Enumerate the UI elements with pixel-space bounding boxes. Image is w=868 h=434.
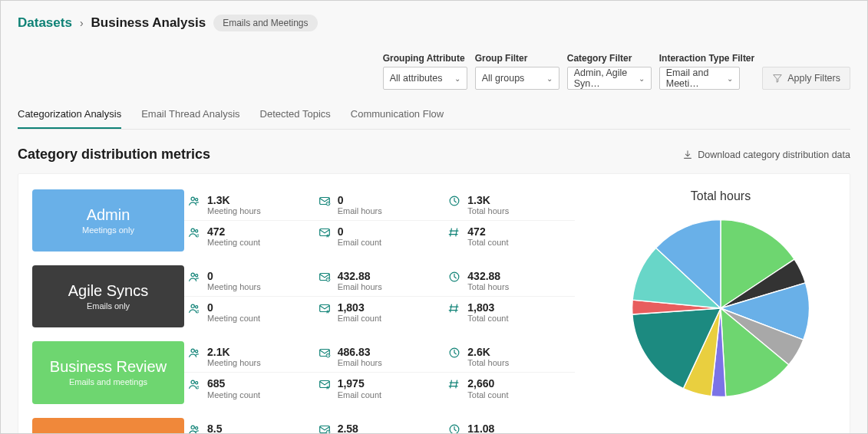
svg-point-10 (191, 273, 194, 276)
svg-point-21 (196, 350, 198, 353)
category-filter-label: Category Filter (567, 53, 652, 64)
category-filter-select[interactable]: Admin, Agile Syn… ⌄ (567, 67, 652, 90)
total-count-label: Total count (467, 314, 508, 323)
metrics-card: Admin Meetings only 1.3KMeeting hours 0E… (18, 173, 850, 434)
group-filter-select[interactable]: All groups ⌄ (475, 67, 559, 90)
tab-detected-topics[interactable]: Detected Topics (260, 108, 331, 129)
section-title: Category distribution metrics (18, 146, 210, 163)
total-hours-label: Total hours (467, 206, 509, 215)
download-data-label: Download category distribution data (698, 150, 850, 160)
grouping-attribute-label: Grouping Attribute (383, 53, 467, 64)
email-hours-label: Email hours (338, 206, 382, 215)
meeting-count-label: Meeting count (207, 314, 260, 323)
category-row: Business Review Emails and meetings 2.1K… (32, 341, 575, 403)
svg-point-1 (196, 199, 198, 201)
meeting-hours-label: Meeting hours (207, 206, 261, 215)
total-count-label: Total count (467, 390, 508, 399)
chevron-down-icon: ⌄ (454, 74, 460, 83)
email-hours-value: 486.83 (338, 346, 382, 358)
category-metrics: 2.1KMeeting hours 486.83Email hours 2.6K… (184, 341, 575, 403)
apply-filters-label: Apply Filters (787, 73, 840, 84)
email-hours-value: 0 (338, 194, 382, 206)
group-filter-label: Group Filter (475, 53, 559, 64)
meeting-count-label: Meeting count (207, 238, 260, 247)
svg-point-11 (196, 275, 198, 277)
category-tile[interactable]: Coaching & 1:1s Emails and meetings (32, 418, 184, 434)
chevron-down-icon: ⌄ (727, 74, 733, 83)
meeting-hours-label: Meeting hours (207, 282, 261, 291)
chevron-right-icon: › (80, 17, 84, 29)
category-row: Agile Syncs Emails only 0Meeting hours 4… (32, 265, 575, 327)
svg-point-15 (191, 304, 194, 307)
svg-point-20 (191, 350, 194, 353)
meeting-count-value: 0 (207, 301, 260, 314)
category-tile[interactable]: Admin Meetings only (32, 189, 184, 252)
category-subtitle: Meetings only (82, 225, 134, 235)
interaction-filter-value: Email and Meeti… (666, 67, 727, 89)
email-count-label: Email count (338, 238, 381, 247)
tab-categorization-analysis[interactable]: Categorization Analysis (18, 108, 121, 129)
category-tile[interactable]: Agile Syncs Emails only (32, 265, 184, 327)
email-hours-value: 2.58 (338, 422, 382, 434)
breadcrumb-current: Business Analysis (91, 15, 206, 31)
category-name: Business Review (50, 358, 167, 376)
total-hours-value: 2.6K (467, 346, 509, 358)
svg-text:#: # (196, 386, 200, 391)
email-hours-value: 432.88 (338, 270, 382, 282)
breadcrumb-root[interactable]: Datasets (18, 15, 72, 31)
grouping-attribute-value: All attributes (390, 73, 443, 84)
email-count-label: Email count (338, 314, 381, 323)
chart-panel: Total hours (606, 189, 836, 434)
chevron-down-icon: ⌄ (639, 74, 645, 83)
meeting-hours-value: 2.1K (207, 346, 261, 358)
tab-email-thread-analysis[interactable]: Email Thread Analysis (141, 108, 239, 129)
meeting-count-value: 472 (207, 225, 260, 238)
category-subtitle: Emails and meetings (69, 377, 147, 386)
chevron-down-icon: ⌄ (546, 74, 553, 83)
category-filter-value: Admin, Agile Syn… (574, 67, 639, 89)
category-list: Admin Meetings only 1.3KMeeting hours 0E… (32, 189, 575, 434)
svg-text:#: # (326, 386, 329, 391)
total-count-value: 472 (467, 225, 508, 238)
chart-title: Total hours (691, 189, 751, 203)
download-data-link[interactable]: Download category distribution data (682, 150, 850, 160)
total-count-value: 1,803 (467, 301, 508, 314)
category-metrics: 1.3KMeeting hours 0Email hours 1.3KTotal… (184, 189, 575, 252)
email-count-value: 0 (338, 225, 381, 238)
total-hours-label: Total hours (467, 282, 509, 291)
email-count-value: 1,975 (338, 377, 381, 390)
breadcrumb: Datasets › Business Analysis Emails and … (18, 15, 850, 31)
dataset-type-pill: Emails and Meetings (213, 15, 317, 31)
total-hours-label: Total hours (467, 358, 509, 367)
grouping-attribute-select[interactable]: All attributes ⌄ (383, 67, 467, 90)
svg-point-31 (196, 426, 198, 429)
category-name: Admin (87, 206, 130, 224)
category-tile[interactable]: Business Review Emails and meetings (32, 341, 184, 403)
total-hours-value: 432.88 (467, 270, 509, 282)
email-hours-label: Email hours (338, 358, 382, 367)
svg-point-25 (191, 381, 194, 384)
total-count-value: 2,660 (467, 377, 508, 390)
svg-text:#: # (326, 233, 329, 238)
category-name: Agile Syncs (68, 282, 149, 300)
svg-text:#: # (196, 233, 200, 238)
category-metrics: 8.5Meeting hours 2.58Email hours 11.08To… (184, 418, 575, 434)
svg-point-30 (191, 426, 194, 429)
total-hours-value: 1.3K (467, 194, 509, 206)
download-icon (682, 150, 693, 160)
email-count-label: Email count (338, 390, 381, 399)
category-row: Admin Meetings only 1.3KMeeting hours 0E… (32, 189, 575, 252)
interaction-filter-select[interactable]: Email and Meeti… ⌄ (659, 67, 740, 90)
meeting-hours-value: 8.5 (207, 422, 261, 434)
total-count-label: Total count (467, 238, 508, 247)
tabs: Categorization Analysis Email Thread Ana… (18, 108, 850, 130)
svg-point-0 (191, 197, 194, 200)
tab-communication-flow[interactable]: Communication Flow (351, 108, 444, 129)
svg-point-5 (191, 229, 194, 232)
email-hours-label: Email hours (338, 282, 382, 291)
svg-text:#: # (196, 309, 200, 314)
category-subtitle: Emails only (87, 301, 130, 311)
svg-text:#: # (326, 309, 329, 314)
meeting-count-label: Meeting count (207, 390, 260, 399)
apply-filters-button[interactable]: Apply Filters (762, 67, 850, 90)
